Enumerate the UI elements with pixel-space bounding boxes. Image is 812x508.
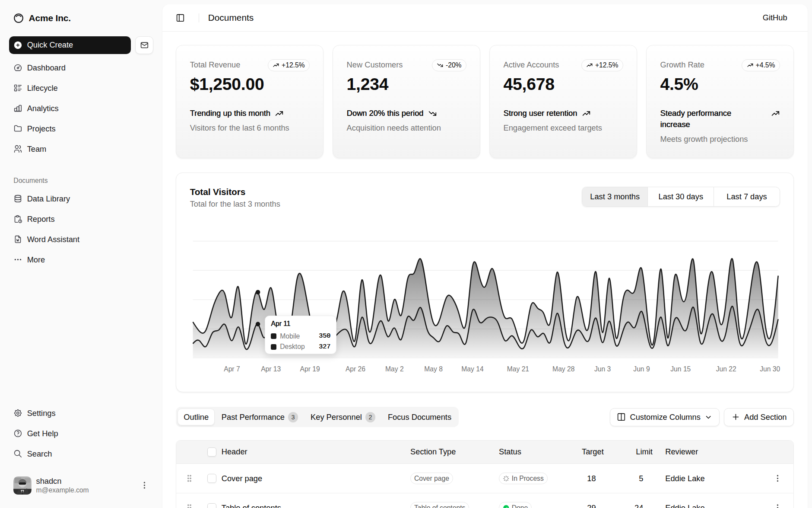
- svg-text:Apr 13: Apr 13: [261, 365, 281, 373]
- svg-text:Jun 22: Jun 22: [716, 365, 736, 373]
- svg-text:Apr 19: Apr 19: [300, 365, 320, 373]
- svg-text:Apr 7: Apr 7: [224, 365, 240, 373]
- svg-text:Jun 15: Jun 15: [670, 365, 691, 373]
- svg-text:May 8: May 8: [424, 365, 443, 373]
- svg-text:Jun 30: Jun 30: [760, 365, 780, 373]
- svg-text:May 21: May 21: [507, 365, 529, 373]
- svg-text:May 14: May 14: [461, 365, 484, 373]
- svg-text:May 2: May 2: [385, 365, 404, 373]
- svg-text:Apr 26: Apr 26: [346, 365, 365, 373]
- svg-text:May 28: May 28: [552, 365, 575, 373]
- svg-text:Jun 9: Jun 9: [633, 365, 650, 373]
- svg-text:Jun 3: Jun 3: [594, 365, 611, 373]
